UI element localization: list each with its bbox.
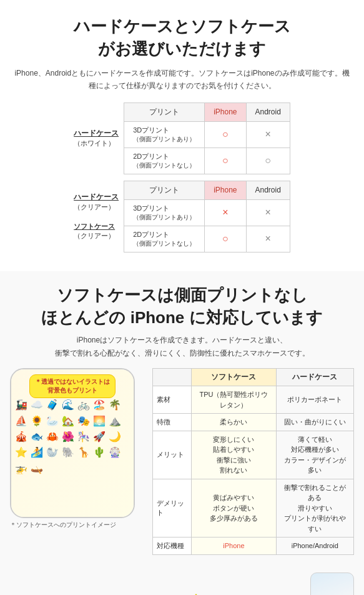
table1-col-print: プリント (124, 102, 205, 121)
ctbl-row-material: 素材 TPU（熱可塑性ポリウレタン） ポリカーボネート (153, 386, 354, 414)
phone-bubble-label: ＊透過ではないイラストは 背景色もプリント (29, 374, 116, 398)
table2-col-android: Android (246, 181, 290, 199)
ctbl-demerit-soft: 黄ばみやすい ボタンが硬い 多少厚みがある (192, 479, 276, 538)
ctbl-col-blank (153, 369, 192, 386)
table2-row2-label: 2Dプリント（側面プリントなし） (124, 226, 205, 252)
ctbl-feature-hard: 固い・曲がりにくい (276, 414, 353, 431)
ctbl-demerit-hard: 衝撃で割れることがある 滑りやすい プリントが剥がれやすい (276, 479, 353, 538)
ctbl-row-device: 対応機種 iPhone iPhone/Android (153, 538, 354, 555)
table2-row2-android: × (246, 226, 290, 252)
table2-col-print: プリント (124, 181, 205, 199)
table2-row1: 3Dプリント（側面プリントあり） × × (124, 199, 290, 226)
ctbl-merit-soft: 変形しにくい 貼着しやすい 衝撃に強い 割れない (192, 431, 276, 479)
table1-row2-android: ○ (246, 148, 290, 174)
phone-image-wrap: ＊透過ではないイラストは 背景色もプリント 🚂☁️🧳🌊🚲 🏖️🌴⛵🌻🦢 🏡🎭🌅⛰… (10, 368, 147, 529)
table1-group: ハードケース （ホワイト） プリント iPhone Android 3Dプリント… (12, 102, 352, 174)
section1-hard-soft: ハードケースとソフトケース がお選びいただけます iPhone、Androidと… (0, 0, 364, 271)
section1-title: ハードケースとソフトケース がお選びいただけます (12, 15, 352, 61)
table2-row1-android: × (246, 199, 290, 226)
ctbl-device-label: 対応機種 (153, 538, 192, 555)
ctbl-material-soft: TPU（熱可塑性ポリウレタン） (192, 386, 276, 414)
table2-left-labels: ハードケース （クリアー） ソフトケース （クリアー） (74, 181, 124, 252)
phone-illustration: ＊透過ではないイラストは 背景色もプリント 🚂☁️🧳🌊🚲 🏖️🌴⛵🌻🦢 🏡🎭🌅⛰… (10, 368, 135, 518)
ctbl-material-hard: ポリカーボネート (276, 386, 353, 414)
table2: プリント iPhone Android 3Dプリント（側面プリントあり） × × (124, 181, 290, 252)
table1: プリント iPhone Android 3Dプリント（側面プリントあり） ○ × (124, 102, 290, 174)
section2-soft-case: ソフトケースは側面プリントなし ほとんどの iPhone に対応しています iP… (0, 271, 364, 595)
phone-note: ＊ソフトケースへのプリントイメージ (10, 521, 147, 529)
ctbl-feature-soft: 柔らかい (192, 414, 276, 431)
table1-row1: 3Dプリント（側面プリントあり） ○ × (124, 121, 290, 148)
ctbl-feature-label: 特徴 (153, 414, 192, 431)
ctbl-row-merit: メリット 変形しにくい 貼着しやすい 衝撃に強い 割れない 薄くて軽い 対応機種… (153, 431, 354, 479)
table2-row1-iphone: × (205, 199, 246, 226)
section2-description: iPhoneはソフトケースを作成できます。ハードケースと違い、 衝撃で割れる心配… (10, 334, 354, 359)
ctbl-row-demerit: デメリット 黄ばみやすい ボタンが硬い 多少厚みがある 衝撃で割れることがある … (153, 479, 354, 538)
bottom-content: ＊透過ではないイラストは 背景色もプリント 🚂☁️🧳🌊🚲 🏖️🌴⛵🌻🦢 🏡🎭🌅⛰… (10, 368, 354, 595)
table2-col-iphone: iPhone (205, 181, 246, 199)
ctbl-device-hard: iPhone/Android (276, 538, 353, 555)
table1-col-iphone: iPhone (205, 102, 246, 121)
section1-description: iPhone、Androidともにハードケースを作成可能です。ソフトケースはiP… (12, 67, 352, 92)
comparison-right: ソフトケース ハードケース 素材 TPU（熱可塑性ポリウレタン） ポリカーボネー… (152, 368, 354, 595)
ctbl-material-label: 素材 (153, 386, 192, 414)
ctbl-col-hard: ハードケース (276, 369, 353, 386)
comparison-table: ソフトケース ハードケース 素材 TPU（熱可塑性ポリウレタン） ポリカーボネー… (152, 368, 354, 555)
table2-row2: 2Dプリント（側面プリントなし） ○ × (124, 226, 290, 252)
ctbl-merit-hard: 薄くて軽い 対応機種が多い カラー・デザインが多い (276, 431, 353, 479)
section2-title: ソフトケースは側面プリントなし ほとんどの iPhone に対応しています (10, 284, 354, 329)
clear-phone-image (310, 572, 354, 595)
ctbl-merit-label: メリット (153, 431, 192, 479)
ctbl-col-soft: ソフトケース (192, 369, 276, 386)
ctbl-row-feature: 特徴 柔らかい 固い・曲がりにくい (153, 414, 354, 431)
table1-row1-android: × (246, 121, 290, 148)
ctbl-device-soft: iPhone (192, 538, 276, 555)
table2-group: ハードケース （クリアー） ソフトケース （クリアー） プリント iPhone … (12, 181, 352, 252)
ctbl-demerit-label: デメリット (153, 479, 192, 538)
table1-row1-label: 3Dプリント（側面プリントあり） (124, 121, 205, 148)
table1-left-label: ハードケース （ホワイト） (74, 102, 124, 174)
table1-row2: 2Dプリント（側面プリントなし） ○ ○ (124, 148, 290, 174)
table2-row2-iphone: ○ (205, 226, 246, 252)
table1-col-android: Android (246, 102, 290, 121)
table1-row1-iphone: ○ (205, 121, 246, 148)
table2-row1-label: 3Dプリント（側面プリントあり） (124, 199, 205, 226)
table1-row2-label: 2Dプリント（側面プリントなし） (124, 148, 205, 174)
table1-row2-iphone: ○ (205, 148, 246, 174)
